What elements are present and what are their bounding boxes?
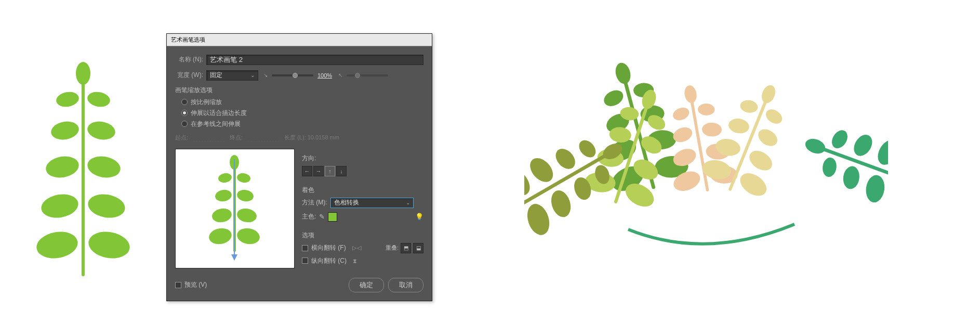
key-color-label: 主色: — [302, 212, 316, 221]
flip-along-checkbox[interactable] — [302, 245, 308, 251]
dialog-titlebar: 艺术画笔选项 — [167, 34, 432, 46]
plant-svg — [36, 58, 130, 276]
guides-row-disabled: 起点: 终点: 长度 (L): 10.0158 mm — [175, 134, 423, 142]
art-brush-options-dialog: 艺术画笔选项 名称 (N): 宽度 (W): 固定 ↘ 100% ↖ 画笔缩放选… — [166, 33, 432, 301]
left-plant-illustration — [0, 58, 166, 276]
direction-label: 方向: — [302, 154, 423, 163]
svg-point-4 — [49, 120, 80, 142]
radio-icon — [181, 99, 188, 105]
scale-stretch-radio[interactable]: 伸展以适合描边长度 — [181, 109, 423, 118]
svg-rect-0 — [82, 73, 85, 276]
method-label: 方法 (M): — [302, 198, 327, 207]
width-label: 宽度 (W): — [175, 71, 203, 80]
width-slider-1[interactable] — [272, 74, 313, 76]
preview-label: 预览 (V) — [184, 280, 207, 289]
svg-point-19 — [236, 207, 258, 223]
start-label: 起点: — [175, 134, 188, 142]
right-plants-illustration — [432, 37, 980, 297]
name-label: 名称 (N): — [175, 55, 203, 64]
colorization-method-dropdown[interactable]: 色相转换 — [330, 198, 414, 208]
brush-preview — [175, 149, 295, 268]
width-mode-dropdown[interactable]: 固定 — [206, 70, 258, 81]
slider-left-icon: ↘ — [261, 72, 270, 78]
flip-across-icon: ⧗ — [353, 258, 357, 264]
scale-option3-label: 在参考线之间伸展 — [191, 120, 241, 129]
flip-along-label: 横向翻转 (F) — [311, 243, 346, 252]
wreath-svg — [524, 37, 888, 297]
length-label: 长度 (L): 10.0158 mm — [284, 134, 339, 142]
direction-down-button[interactable]: ↓ — [336, 166, 347, 176]
eyedropper-icon[interactable]: ✎ — [319, 213, 325, 221]
scale-section-title: 画笔缩放选项 — [175, 86, 423, 95]
svg-point-18 — [211, 207, 233, 223]
svg-point-9 — [86, 191, 127, 221]
svg-point-16 — [214, 188, 232, 202]
svg-point-15 — [236, 172, 251, 183]
svg-point-3 — [86, 90, 111, 108]
svg-point-21 — [236, 226, 261, 246]
overlap-mode-2-button[interactable]: ⬓ — [413, 243, 423, 253]
flip-across-checkbox[interactable] — [302, 258, 308, 264]
scale-between-guides-radio[interactable]: 在参考线之间伸展 — [181, 120, 423, 129]
svg-point-5 — [86, 120, 116, 142]
svg-point-2 — [55, 90, 80, 108]
scale-proportional-radio[interactable]: 按比例缩放 — [181, 98, 423, 107]
direction-right-button[interactable]: → — [313, 166, 324, 176]
direction-left-button[interactable]: ← — [302, 166, 312, 176]
width-value[interactable]: 100% — [315, 72, 334, 79]
scale-option2-label: 伸展以适合描边长度 — [191, 109, 247, 118]
svg-point-1 — [76, 62, 90, 85]
svg-point-10 — [36, 228, 80, 261]
svg-point-7 — [86, 154, 122, 181]
tip-icon[interactable]: 💡 — [415, 213, 423, 221]
preview-checkbox[interactable] — [175, 282, 181, 288]
cancel-button[interactable]: 取消 — [388, 278, 423, 292]
direction-up-button[interactable]: ↑ — [325, 166, 335, 176]
radio-icon — [181, 121, 188, 127]
overlap-mode-1-button[interactable]: ⬒ — [401, 243, 411, 253]
method-value: 色相转换 — [334, 198, 359, 207]
svg-point-11 — [86, 228, 130, 261]
svg-point-14 — [218, 172, 233, 183]
name-input[interactable] — [206, 55, 423, 65]
colorization-label: 着色 — [302, 186, 423, 195]
flip-across-label: 纵向翻转 (C) — [311, 256, 347, 265]
key-color-swatch[interactable] — [328, 212, 337, 222]
width-mode-value: 固定 — [210, 71, 222, 80]
width-slider-2 — [347, 74, 388, 76]
slider-right-icon: ↖ — [336, 72, 345, 78]
end-label: 终点: — [230, 134, 243, 142]
svg-point-8 — [39, 191, 81, 221]
svg-marker-23 — [231, 254, 237, 261]
ok-button[interactable]: 确定 — [349, 278, 384, 292]
svg-point-6 — [44, 154, 81, 181]
svg-point-17 — [236, 188, 254, 202]
svg-point-20 — [208, 226, 233, 246]
overlap-label: 重叠: — [386, 244, 399, 252]
options-label: 选项 — [302, 231, 423, 240]
scale-option1-label: 按比例缩放 — [191, 98, 222, 107]
radio-icon — [181, 110, 188, 116]
flip-along-icon: ▷◁ — [352, 245, 362, 251]
